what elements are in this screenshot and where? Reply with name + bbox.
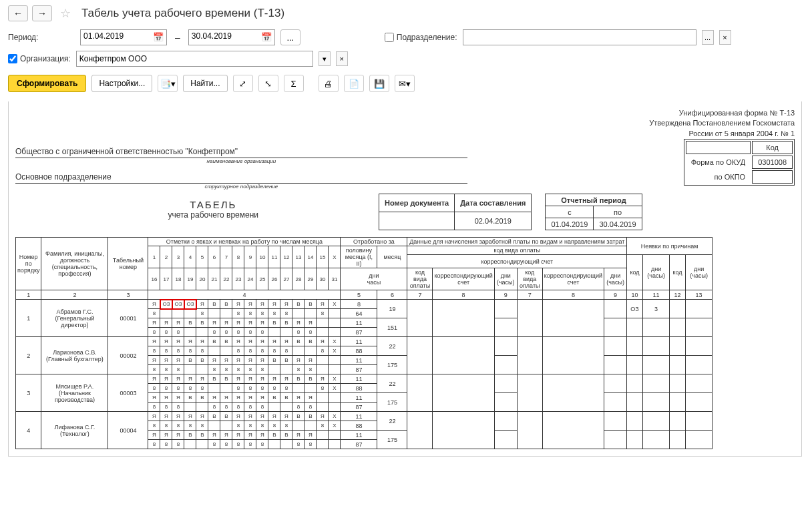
dept-name: Основное подразделение [15,171,467,184]
period-more-button[interactable]: ... [280,29,300,45]
variants-button[interactable]: 📑▾ [158,75,178,92]
department-combo[interactable] [463,29,696,45]
dept-sublabel: структурное подразделение [15,184,467,190]
print-button[interactable]: 🖨 [319,75,339,92]
period-label: Период: [8,33,75,42]
page-title: Табель учета рабочего времени (Т-13) [81,7,284,20]
department-label: Подразделение: [397,33,457,42]
preview-button[interactable]: 📄 [344,75,364,92]
calendar-icon[interactable]: 📅 [261,32,272,42]
date-from-input[interactable]: 📅 [80,29,167,45]
period-dash: – [175,32,180,43]
date-to-input[interactable]: 📅 [188,29,275,45]
department-checkbox[interactable] [385,33,394,42]
form-report-button[interactable]: Сформировать [8,75,86,92]
period-table: Отчетный период спо 01.04.201930.04.2019 [545,194,642,230]
org-clear-button[interactable]: × [336,51,348,66]
table-row: 1Абрамов Г.С. (Генеральный директор)0000… [16,300,713,309]
expand-button[interactable]: ⤢ [233,75,253,92]
department-select-button[interactable]: ... [702,30,714,45]
department-clear-button[interactable]: × [719,30,731,45]
form-number-block: Унифицированная форма № Т-13 Утверждена … [15,108,795,139]
org-name: Общество с ограниченной ответственностью… [15,146,467,158]
org-label: Организация: [20,54,71,63]
table-row: 3Мясищев Р.А. (Начальник производства)00… [16,374,713,384]
date-from-field[interactable] [83,31,144,41]
find-button[interactable]: Найти... [183,75,227,92]
code-box: Код Форма по ОКУД0301008 по ОКПО [684,139,795,186]
date-to-field[interactable] [192,31,252,41]
doc-info-table: Номер документаДата составления 02.04.20… [379,194,532,230]
send-button[interactable]: ✉▾ [395,75,415,92]
department-checkbox-row[interactable]: Подразделение: [385,33,457,42]
org-checkbox[interactable] [8,54,17,63]
org-input[interactable] [79,54,310,63]
org-combo[interactable] [76,51,313,67]
org-dropdown-button[interactable]: ▾ [319,51,331,66]
org-checkbox-row[interactable]: Организация: [8,54,71,63]
nav-forward-button[interactable]: → [32,5,52,21]
calendar-icon[interactable]: 📅 [153,32,164,42]
favorite-star-icon[interactable]: ☆ [60,6,71,21]
nav-back-button[interactable]: ← [8,5,28,21]
department-input[interactable] [466,33,693,42]
report-subtitle: учета рабочего времени [168,210,258,220]
table-row: 2Ларионова С.В. (Главный бухгалтер)00002… [16,337,713,346]
timesheet-table: Номер по порядкуФамилия, инициалы, должн… [15,237,713,449]
table-row: 4Лифанова С.Г. (Технолог)00004ЯЯЯЯЯВВЯЯЯ… [16,412,713,421]
collapse-button[interactable]: ⤡ [258,75,278,92]
save-button[interactable]: 💾 [369,75,389,92]
sum-button[interactable]: Σ [284,75,304,92]
report-title: ТАБЕЛЬ [168,199,258,210]
settings-button[interactable]: Настройки... [91,75,152,92]
org-sublabel: наименование организации [15,158,467,164]
